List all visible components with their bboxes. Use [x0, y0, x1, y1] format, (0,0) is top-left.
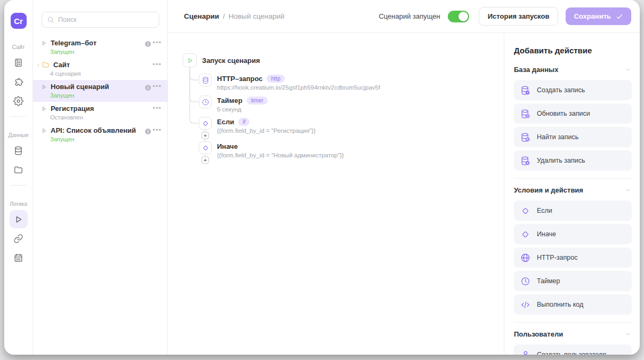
panel-title: Добавить действие	[514, 46, 632, 55]
header: Сценарии / Новый сценарий Сценарий запущ…	[168, 0, 640, 33]
scenario-tree-item[interactable]: РегистрацияОстановлен•••	[33, 102, 167, 124]
run-history-button[interactable]: История запусков	[479, 7, 559, 26]
add-step-button[interactable]: +	[202, 132, 209, 139]
folder-icon	[42, 61, 50, 69]
diamond-icon	[520, 229, 530, 239]
section-header[interactable]: Пользователи	[514, 330, 632, 338]
action-item-label: Если	[537, 207, 552, 214]
link-icon	[13, 234, 23, 244]
search-icon	[47, 16, 54, 23]
rail-item-puzzle[interactable]	[10, 73, 28, 91]
rail-item-gear[interactable]	[10, 92, 28, 110]
more-options-button[interactable]: •••	[152, 104, 162, 112]
action-item-label: Иначе	[537, 230, 556, 238]
breadcrumb-separator: /	[223, 12, 225, 20]
node-title: Если	[217, 118, 234, 126]
code-icon	[520, 300, 530, 310]
db-find-icon	[520, 132, 530, 142]
diamond-icon	[202, 144, 210, 152]
action-item-label: Обновить записи	[537, 110, 590, 117]
scenario-tree-item[interactable]: Сайт4 сценария•••	[33, 58, 167, 80]
db-find-icon	[520, 132, 530, 142]
action-item-label: Создать запись	[537, 86, 585, 94]
action-item[interactable]: Выполнить код	[514, 294, 632, 315]
scenario-sidebar: Telegram–ботЗапущен•••Сайт4 сценария•••Н…	[33, 0, 168, 355]
play-icon	[13, 214, 23, 225]
section-header[interactable]: База данных	[514, 66, 632, 74]
db-create-icon	[520, 85, 530, 95]
db-update-icon	[520, 109, 530, 119]
action-section: База данныхСоздать записьОбновить записи…	[514, 66, 632, 171]
node-subtitle: https://hook.creatium.io/25gsf1ph594rnkt…	[217, 84, 380, 91]
action-item[interactable]: HTTP-запрос	[514, 247, 632, 268]
info-icon[interactable]	[144, 128, 151, 135]
scenario-running-toggle[interactable]	[448, 11, 469, 22]
action-item[interactable]: Иначе	[514, 224, 632, 244]
clock-icon[interactable]	[199, 95, 212, 108]
rail-item-play[interactable]	[10, 210, 28, 228]
start-node[interactable]: Запуск сценария	[183, 53, 260, 67]
play-icon[interactable]	[183, 53, 197, 67]
action-item-label: Выполнить код	[537, 301, 583, 308]
db-delete-icon	[520, 156, 530, 166]
scenario-title: Регистрация	[51, 105, 94, 113]
rail-group-label: Данные	[9, 132, 29, 138]
expand-triangle-icon[interactable]	[42, 128, 47, 133]
action-item[interactable]: Если	[514, 201, 632, 221]
action-item[interactable]: Таймер	[514, 271, 632, 291]
db-update-icon	[520, 109, 530, 119]
more-options-button[interactable]: •••	[152, 126, 162, 134]
rail-item-pages[interactable]	[10, 53, 28, 71]
chevron-right-icon[interactable]	[36, 63, 41, 68]
info-icon[interactable]	[144, 41, 151, 47]
scenario-tree-item[interactable]: API: Список объявленийЗапущен•••	[33, 124, 167, 146]
diamond-icon[interactable]	[199, 117, 212, 130]
expand-triangle-icon[interactable]	[42, 84, 47, 90]
gear-icon	[13, 96, 23, 106]
save-button-label: Сохранить	[574, 12, 611, 20]
expand-triangle-icon[interactable]	[42, 106, 47, 111]
info-icon[interactable]	[144, 84, 151, 91]
globe-icon	[520, 253, 530, 263]
scenario-tree-item[interactable]: Новый сценарийЗапущен•••	[33, 80, 167, 102]
expand-triangle-icon[interactable]	[42, 41, 47, 46]
breadcrumb-root[interactable]: Сценарии	[184, 12, 219, 20]
scenario-status: Запущен	[50, 49, 162, 55]
action-item[interactable]: Создать запись	[514, 80, 632, 100]
action-section: Условия и действияЕслиИначеHTTP-запросТа…	[514, 178, 632, 315]
action-item[interactable]: Удалить запись	[514, 150, 632, 171]
diamond-icon	[202, 119, 210, 127]
action-item[interactable]: Найти запись	[514, 127, 632, 147]
scenario-title: Telegram–бот	[51, 39, 96, 47]
node-title: Таймер	[217, 97, 243, 105]
workflow-node[interactable]: Таймерtimer5 секунд	[199, 95, 268, 113]
user-add-icon	[520, 350, 530, 355]
section-header[interactable]: Условия и действия	[514, 186, 632, 194]
node-subtitle: {{form.field_by_id = "Новый администрато…	[217, 152, 344, 158]
workflow-node[interactable]: Еслиif{{form.field_by_id = "Регистрация"…	[199, 117, 316, 134]
more-options-button[interactable]: •••	[152, 38, 162, 46]
scenario-tree-item[interactable]: Telegram–ботЗапущен•••	[33, 36, 167, 58]
rail-item-calendar[interactable]	[10, 249, 28, 267]
search-input[interactable]	[58, 16, 154, 23]
action-item[interactable]: Обновить записи	[514, 103, 632, 124]
app-logo[interactable]: Cr	[11, 13, 27, 29]
workflow-node[interactable]: Иначе{{form.field_by_id = "Новый админис…	[199, 141, 344, 158]
more-options-button[interactable]: •••	[152, 60, 162, 68]
rail-group-label: Логика	[10, 201, 27, 207]
diamond-icon[interactable]	[199, 141, 212, 154]
rail-item-folder[interactable]	[10, 161, 28, 179]
diamond-icon	[520, 206, 530, 216]
save-button[interactable]: Сохранить	[566, 7, 631, 25]
search-box[interactable]	[42, 12, 159, 28]
rail-item-database[interactable]	[10, 141, 28, 159]
action-item[interactable]: Создать пользователя	[514, 345, 632, 355]
workflow-node[interactable]: HTTP–запросhttphttps://hook.creatium.io/…	[199, 74, 380, 91]
database-icon[interactable]	[199, 74, 212, 86]
add-step-button[interactable]: +	[202, 156, 209, 164]
rail-divider	[11, 116, 27, 117]
workflow-canvas[interactable]: Запуск сценария HTTP–запросhttphttps://h…	[168, 33, 504, 355]
scenario-title: API: Список объявлений	[51, 126, 136, 134]
more-options-button[interactable]: •••	[152, 82, 162, 90]
rail-item-link[interactable]	[10, 229, 28, 247]
